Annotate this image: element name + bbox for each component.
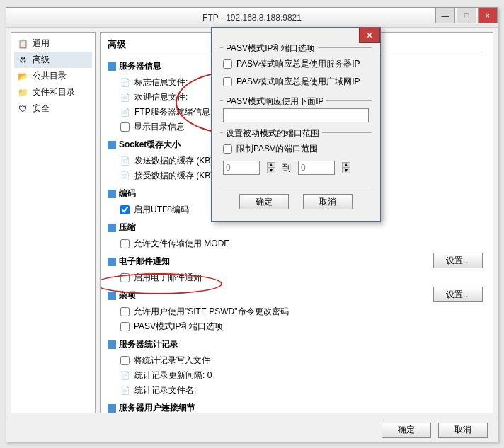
setting-checkbox[interactable]: [120, 273, 130, 282]
use-wan-ip-checkbox[interactable]: [223, 77, 232, 86]
section-icon: [108, 258, 116, 266]
setting-item: 允许用户使用"SITE PSWD"命令更改密码: [108, 304, 486, 319]
setting-label: FTP服务器就绪信息:: [134, 106, 212, 118]
sidebar-item-label: 公共目录: [33, 70, 67, 82]
setting-checkbox[interactable]: [120, 322, 130, 331]
file-icon: 📄: [120, 386, 130, 396]
section-header[interactable]: 压缩: [108, 222, 486, 234]
group-legend: PASV模式IP和端口选项: [223, 42, 318, 54]
maximize-button[interactable]: □: [457, 8, 476, 23]
section-icon: [108, 340, 116, 349]
pasv-ip-group: PASV模式IP和端口选项 PASV模式响应总是使用服务器IP PASV模式响应…: [220, 47, 372, 93]
setting-checkbox[interactable]: [120, 122, 130, 132]
section-header[interactable]: 杂项: [108, 289, 486, 301]
sidebar-item-public-dir[interactable]: 📂 公共目录: [14, 68, 92, 84]
file-icon: 📄: [120, 108, 130, 117]
settings-button[interactable]: 设置...: [433, 287, 483, 302]
spinner-arrows-icon[interactable]: ▲▼: [267, 162, 275, 173]
sidebar-item-label: 高级: [33, 54, 50, 66]
file-icon: 📄: [120, 78, 130, 88]
cancel-button[interactable]: 取消: [438, 423, 488, 438]
section-icon: [108, 62, 116, 71]
pasv-port-range-group: 设置被动模式的端口范围 限制PASV的端口范围 0 ▲▼ 到 0 ▲▼: [220, 132, 372, 180]
popup-close-button[interactable]: ×: [359, 28, 380, 43]
setting-label: 统计记录文件名:: [134, 384, 196, 396]
section-label: Socket缓存大小: [119, 139, 181, 151]
setting-checkbox[interactable]: [120, 239, 130, 248]
section-header[interactable]: 服务器用户连接细节: [108, 402, 486, 413]
setting-item: 启用电子邮件通知: [108, 270, 486, 285]
sidebar-item-label: 文件和目录: [33, 86, 75, 98]
section-icon: [108, 141, 116, 149]
setting-checkbox[interactable]: [120, 356, 130, 365]
ok-button[interactable]: 确定: [382, 423, 431, 438]
checkbox-label: PASV模式响应总是使用服务器IP: [236, 58, 360, 70]
pasv-settings-dialog: × PASV模式IP和端口选项 PASV模式响应总是使用服务器IP PASV模式…: [211, 27, 381, 222]
setting-item: 允许文件传输使用 MODE: [108, 236, 486, 251]
setting-item: PASV模式IP和端口选项: [108, 319, 486, 334]
section-header[interactable]: 服务器统计记录: [108, 338, 486, 350]
section-icon: [108, 292, 116, 300]
setting-label: 允许用户使用"SITE PSWD"命令更改密码: [134, 306, 289, 318]
limit-port-range-checkbox[interactable]: [223, 144, 232, 154]
file-icon: 📄: [120, 156, 130, 166]
section-label: 服务器信息: [119, 60, 161, 72]
pasv-custom-ip-group: PASV模式响应使用下面IP: [220, 100, 372, 125]
setting-item: 📄统计记录更新间隔: 0: [108, 368, 486, 383]
setting-label: 启用电子邮件通知: [134, 272, 202, 284]
setting-label: 显示目录信息: [134, 121, 185, 133]
close-button[interactable]: ×: [478, 8, 498, 23]
section-icon: [108, 224, 116, 232]
group-legend: PASV模式响应使用下面IP: [223, 96, 326, 108]
setting-item: 将统计记录写入文件: [108, 353, 486, 368]
section-label: 编码: [119, 188, 136, 200]
folder-icon: 📁: [17, 87, 28, 98]
popup-cancel-button[interactable]: 取消: [303, 194, 353, 209]
popup-ok-button[interactable]: 确定: [239, 194, 289, 209]
port-to-spinner[interactable]: 0: [298, 161, 335, 175]
section-label: 杂项: [119, 289, 136, 301]
sidebar-item-advanced[interactable]: ⚙ 高级: [14, 52, 92, 68]
window-controls: — □ ×: [434, 8, 498, 23]
setting-checkbox[interactable]: [120, 307, 130, 316]
setting-label: 统计记录更新间隔: 0: [134, 369, 212, 381]
sidebar: 📋 通用 ⚙ 高级 📂 公共目录 📁 文件和目录 🛡 安全: [11, 32, 96, 413]
gear-icon: ⚙: [17, 54, 28, 66]
checkbox-label: PASV模式响应总是使用广域网IP: [236, 76, 360, 88]
window-title: FTP - 192.168.8.188:9821: [6, 13, 498, 23]
titlebar[interactable]: FTP - 192.168.8.188:9821 — □ ×: [6, 8, 498, 28]
section-label: 服务器统计记录: [119, 338, 178, 350]
list-icon: 📋: [17, 38, 28, 50]
setting-label: 欢迎信息文件:: [134, 91, 188, 103]
sidebar-item-security[interactable]: 🛡 安全: [14, 100, 92, 117]
file-icon: 📄: [120, 371, 130, 381]
sidebar-item-label: 安全: [33, 103, 50, 115]
custom-ip-input[interactable]: [223, 108, 369, 122]
section-label: 电子邮件通知: [119, 255, 170, 268]
file-icon: 📄: [120, 171, 130, 181]
setting-label: 将统计记录写入文件: [134, 355, 210, 367]
section-header[interactable]: 电子邮件通知: [108, 255, 486, 268]
section-label: 压缩: [119, 222, 136, 234]
sidebar-item-files[interactable]: 📁 文件和目录: [14, 84, 92, 100]
setting-checkbox[interactable]: [120, 205, 130, 214]
section-label: 服务器用户连接细节: [119, 402, 195, 413]
to-label: 到: [282, 162, 291, 174]
folder-icon: 📂: [17, 71, 28, 82]
shield-icon: 🛡: [17, 103, 28, 115]
use-server-ip-checkbox[interactable]: [223, 59, 232, 69]
setting-label: 标志信息文件:: [134, 76, 188, 88]
port-from-spinner[interactable]: 0: [223, 161, 260, 175]
setting-item: 📄统计记录文件名:: [108, 383, 486, 398]
spinner-arrows-icon[interactable]: ▲▼: [342, 162, 350, 173]
popup-titlebar[interactable]: ×: [212, 28, 380, 43]
setting-label: 接受数据的缓存 (KB): 0: [134, 170, 223, 182]
setting-label: 发送数据的缓存 (KB): 0: [134, 155, 223, 167]
minimize-button[interactable]: —: [435, 8, 455, 23]
sidebar-item-general[interactable]: 📋 通用: [14, 35, 92, 52]
sidebar-item-label: 通用: [33, 38, 50, 50]
settings-button[interactable]: 设置...: [433, 253, 483, 268]
setting-label: PASV模式IP和端口选项: [134, 321, 223, 333]
section-icon: [108, 404, 116, 413]
setting-label: 允许文件传输使用 MODE: [134, 238, 229, 250]
